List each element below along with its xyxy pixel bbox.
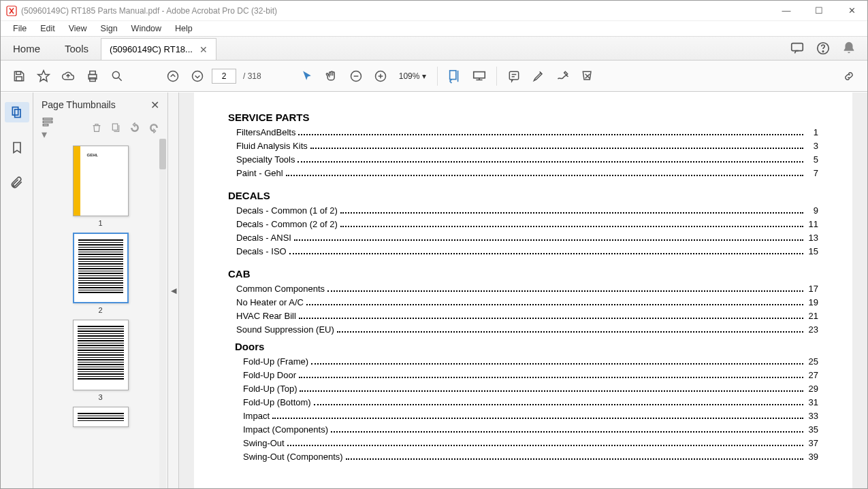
rotate-ccw-icon[interactable] (129, 122, 140, 133)
toc-dots (287, 445, 803, 446)
cloud-upload-icon[interactable] (58, 66, 78, 86)
thumbnails-rail-button[interactable] (5, 102, 29, 122)
fit-width-icon[interactable] (445, 66, 465, 86)
rotate-cw-icon[interactable] (148, 122, 159, 133)
svg-rect-18 (14, 109, 20, 118)
tab-tools[interactable]: Tools (52, 37, 101, 60)
menu-help[interactable]: Help (168, 22, 199, 35)
toc-row[interactable]: No Heater or A/C19 (228, 296, 818, 309)
toc-page-number: 25 (806, 355, 818, 369)
close-window-button[interactable]: ✕ (841, 5, 862, 16)
toc-row[interactable]: Fold-Up (Top)29 (228, 382, 818, 396)
menu-file[interactable]: File (6, 22, 33, 35)
comments-icon[interactable] (790, 41, 805, 56)
page-down-icon[interactable] (187, 66, 208, 86)
zoom-out-icon[interactable] (346, 66, 366, 86)
toc-page-number: 37 (806, 437, 818, 450)
sticky-note-icon[interactable] (504, 66, 524, 86)
find-icon[interactable] (107, 66, 127, 86)
close-thumbnail-panel[interactable]: ✕ (150, 99, 159, 112)
hand-tool-icon[interactable] (321, 66, 342, 86)
toc-row[interactable]: Impact (Components)35 (228, 423, 818, 437)
toc-row[interactable]: Impact33 (228, 409, 818, 423)
tab-document[interactable]: (50960149C) RT18... ✕ (101, 38, 216, 60)
page-number-input[interactable] (212, 69, 236, 84)
zoom-level[interactable]: 109%▾ (395, 71, 431, 81)
toc-row[interactable]: Fold-Up (Frame)25 (228, 355, 818, 369)
minimize-button[interactable]: — (776, 5, 797, 16)
toc-row[interactable]: Decals - Common (1 of 2)9 (228, 204, 818, 218)
toc-dots (340, 212, 803, 214)
maximize-button[interactable]: ☐ (809, 5, 829, 16)
toc-row[interactable]: Swing-Out (Components)39 (228, 450, 818, 464)
tab-home[interactable]: Home (1, 37, 52, 60)
bookmarks-rail-button[interactable] (5, 137, 29, 158)
new-page-icon[interactable] (110, 122, 121, 133)
toc-dots (331, 431, 803, 433)
print-icon[interactable] (82, 66, 103, 86)
menu-sign[interactable]: Sign (94, 22, 125, 35)
titlebar: (50960149C) RT185 Parts Manual.pdf - Ado… (1, 1, 867, 21)
toc-label: Impact (Components) (243, 423, 328, 437)
toc-dots (299, 318, 803, 319)
thumbnail-1[interactable]: GEHL 1 (73, 146, 129, 227)
collapse-sidebar-button[interactable]: ◀ (168, 92, 179, 488)
toc-page-number: 9 (806, 204, 818, 218)
toc-row[interactable]: HVAC Rear Bill21 (228, 309, 818, 323)
toc-row[interactable]: Swing-Out37 (228, 437, 818, 450)
menu-window[interactable]: Window (125, 22, 168, 35)
thumbnail-scrollbar[interactable] (159, 139, 166, 488)
thumbnail-3[interactable]: 3 (73, 320, 129, 401)
thumbnail-options-icon[interactable]: ▾ (42, 116, 54, 141)
toc-page-number: 15 (806, 245, 818, 258)
svg-rect-5 (16, 76, 22, 80)
thumbnail-2[interactable]: 2 (73, 233, 129, 314)
menu-edit[interactable]: Edit (33, 22, 62, 35)
toc-row[interactable]: Decals - ISO15 (228, 245, 818, 258)
toc-heading: DECALS (228, 190, 818, 201)
toc-row[interactable]: Common Components17 (228, 282, 818, 296)
tab-close-button[interactable]: ✕ (199, 44, 208, 55)
star-icon[interactable] (33, 66, 54, 86)
page-up-icon[interactable] (163, 66, 183, 86)
toc-row[interactable]: Decals - ANSI13 (228, 231, 818, 245)
menu-view[interactable]: View (62, 22, 94, 35)
help-icon[interactable] (816, 41, 831, 56)
toc-row[interactable]: FiltersAndBelts1 (228, 126, 818, 139)
toc-row[interactable]: Specialty Tools5 (228, 153, 818, 167)
zoom-in-icon[interactable] (370, 66, 391, 86)
toc-dots (346, 458, 803, 460)
delete-page-icon[interactable] (91, 122, 102, 133)
toc-page-number: 33 (806, 409, 818, 423)
toc-label: Swing-Out (243, 437, 285, 450)
read-mode-icon[interactable] (469, 66, 489, 86)
selection-tool-icon[interactable] (297, 66, 317, 86)
highlight-icon[interactable] (528, 66, 549, 86)
svg-rect-19 (43, 118, 52, 119)
toc-row[interactable]: Sound Suppression (EU)23 (228, 323, 818, 337)
erase-icon[interactable] (577, 66, 598, 86)
toc-row[interactable]: Fold-Up Door27 (228, 369, 818, 382)
draw-icon[interactable] (553, 66, 573, 86)
toc-dots (337, 331, 803, 333)
toc-row[interactable]: Decals - Common (2 of 2)11 (228, 218, 818, 231)
toc-dots (289, 253, 803, 254)
toc-dots (327, 290, 803, 292)
svg-rect-21 (43, 124, 48, 125)
toc-row[interactable]: Paint - Gehl7 (228, 167, 818, 180)
bell-icon[interactable] (841, 41, 856, 56)
document-viewer[interactable]: SERVICE PARTSFiltersAndBelts1Fluid Analy… (179, 92, 867, 488)
save-icon[interactable] (9, 66, 29, 86)
toc-label: FiltersAndBelts (236, 126, 295, 139)
toc-row[interactable]: Fold-Up (Bottom)31 (228, 396, 818, 409)
toc-label: Common Components (236, 282, 325, 296)
svg-rect-4 (16, 71, 21, 74)
thumbnail-scrollbar-thumb[interactable] (159, 139, 166, 169)
thumbnail-panel-title: Page Thumbnails (42, 99, 116, 110)
thumbnail-4[interactable] (73, 407, 129, 427)
attachments-rail-button[interactable] (5, 173, 29, 193)
toc-row[interactable]: Fluid Analysis Kits3 (228, 139, 818, 153)
toc-label: Decals - Common (1 of 2) (236, 204, 338, 218)
main-area: Page Thumbnails ✕ ▾ GEHL 1 2 3 (1, 92, 867, 488)
share-link-icon[interactable] (839, 66, 859, 86)
